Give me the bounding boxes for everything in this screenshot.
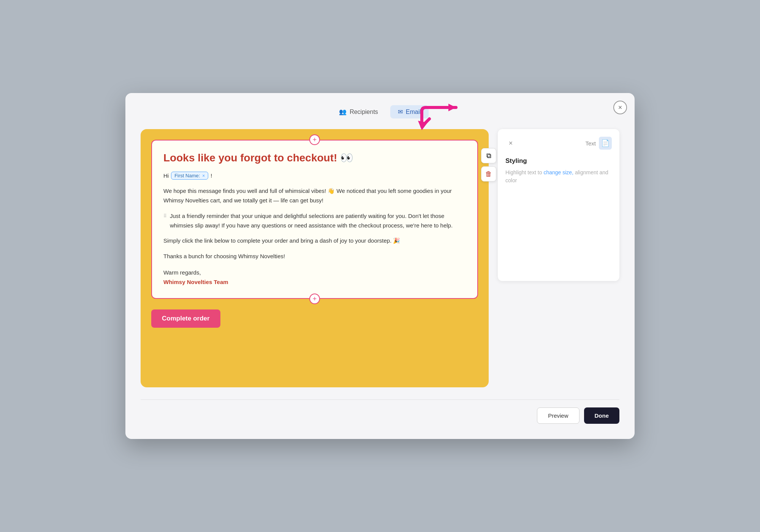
floating-actions: ⧉ 🗑 (481, 148, 496, 182)
panel-tab-text-label: Text (585, 140, 596, 147)
email-title: Looks like you forgot to checkout! 👀 (163, 151, 466, 165)
email-preview-container: + ⧉ 🗑 Looks like you forgot to checkout!… (141, 129, 489, 387)
panel-tabs: Text 📄 (585, 137, 612, 150)
styling-hint-link: change size, (543, 169, 573, 175)
exclamation: ! (211, 172, 212, 179)
signature-greeting: Warm regards, (163, 269, 201, 276)
right-panel: × Text 📄 Styling Highlight text to chang… (498, 129, 619, 281)
paragraph-4: Thanks a bunch for choosing Whimsy Novel… (163, 252, 466, 261)
complete-order-button[interactable]: Complete order (151, 309, 220, 328)
recipients-icon: 👥 (339, 108, 347, 115)
main-modal: × 👥 Recipients ✉ Email + ⧉ 🗑 (125, 93, 635, 439)
paragraph-2-container: ⠿ Just a friendly reminder that your uni… (163, 212, 466, 230)
email-body: We hope this message finds you well and … (163, 186, 466, 287)
email-signature: Warm regards, Whimsy Novelties Team (163, 268, 466, 287)
greeting-line: Hi First Name: × ! (163, 172, 466, 180)
tab-recipients[interactable]: 👥 Recipients (331, 105, 386, 118)
signature-name: Whimsy Novelties Team (163, 278, 466, 287)
modal-close-button[interactable]: × (613, 101, 627, 114)
paragraph-2: Just a friendly reminder that your uniqu… (170, 212, 466, 230)
email-card: + ⧉ 🗑 Looks like you forgot to checkout!… (151, 140, 478, 299)
paragraph-1: We hope this message finds you well and … (163, 186, 466, 205)
done-button[interactable]: Done (584, 407, 620, 424)
paragraph-3: Simply click the link below to complete … (163, 236, 466, 246)
delete-block-button[interactable]: 🗑 (481, 166, 496, 182)
panel-close-button[interactable]: × (505, 138, 516, 148)
content-area: + ⧉ 🗑 Looks like you forgot to checkout!… (141, 129, 619, 387)
tab-email[interactable]: ✉ Email (390, 105, 429, 118)
tag-close-button[interactable]: × (202, 173, 205, 178)
panel-tab-text-icon[interactable]: 📄 (599, 137, 612, 150)
first-name-tag[interactable]: First Name: × (171, 172, 208, 180)
styling-hint: Highlight text to change size, alignment… (505, 169, 612, 185)
add-block-top-button[interactable]: + (309, 134, 320, 145)
add-block-bottom-button[interactable]: + (309, 294, 320, 304)
greeting-text: Hi (163, 172, 169, 179)
styling-title: Styling (505, 157, 612, 165)
bottom-bar: Preview Done (141, 399, 619, 424)
preview-button[interactable]: Preview (537, 407, 579, 424)
panel-header: × Text 📄 (505, 137, 612, 150)
drag-handle-icon[interactable]: ⠿ (163, 213, 167, 220)
email-icon: ✉ (398, 108, 403, 115)
styling-section: Styling Highlight text to change size, a… (505, 157, 612, 185)
copy-block-button[interactable]: ⧉ (481, 148, 496, 163)
tab-bar: 👥 Recipients ✉ Email (141, 105, 619, 118)
